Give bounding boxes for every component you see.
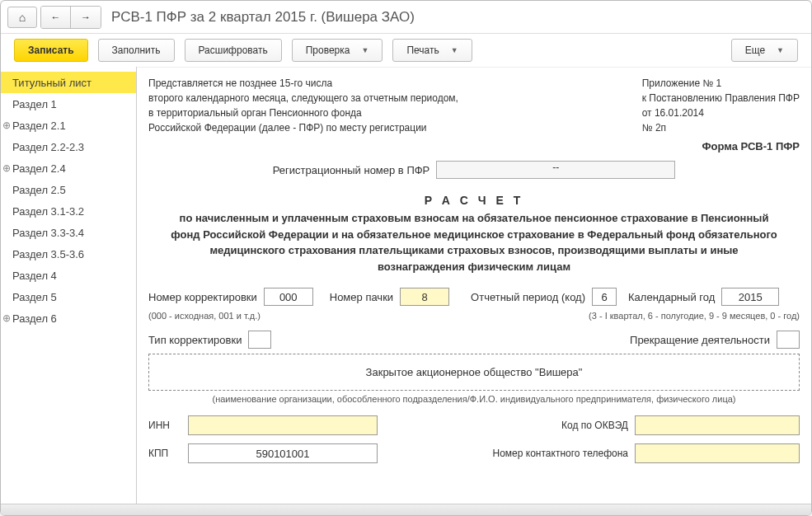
sidebar-item-section-4[interactable]: Раздел 4: [1, 265, 136, 286]
sidebar-item-label: Раздел 3.5-3.6: [12, 248, 84, 260]
correction-type-label: Тип корректировки: [148, 334, 242, 346]
fields-row-1: Номер корректировки 000 Номер пачки 8 От…: [148, 288, 800, 306]
text-line: второго календарного месяца, следующего …: [148, 91, 458, 106]
calc-description: по начисленным и уплаченным страховым вз…: [148, 210, 800, 274]
sidebar-item-label: Раздел 3.1-3.2: [12, 205, 84, 218]
sidebar-item-label: Раздел 6: [12, 312, 57, 325]
correction-number-label: Номер корректировки: [148, 291, 257, 303]
sidebar-item-label: Титульный лист: [12, 77, 92, 89]
calendar-year-label: Календарный год: [628, 291, 715, 303]
chevron-down-icon: ▼: [451, 46, 458, 54]
reg-label: Регистрационный номер в ПФР: [273, 164, 430, 176]
chevron-down-icon: ▼: [777, 46, 784, 54]
info-row: Представляется не позднее 15-го числа вт…: [148, 76, 800, 135]
cessation-label: Прекращение деятельности: [630, 334, 770, 346]
sidebar-item-section-6[interactable]: ⊕Раздел 6: [1, 307, 136, 329]
organization-name-field[interactable]: Закрытое акционерное общество "Вишера": [148, 354, 800, 391]
expand-icon[interactable]: ⊕: [2, 312, 11, 324]
appendix-info: Приложение № 1 к Постановлению Правления…: [642, 76, 800, 135]
correction-number-field[interactable]: 000: [264, 288, 313, 306]
text-line: Приложение № 1: [642, 76, 800, 91]
home-button[interactable]: ⌂: [7, 7, 37, 28]
text-line: Российской Федерации (далее - ПФР) по ме…: [148, 120, 458, 135]
toolbar: Записать Заполнить Расшифровать Проверка…: [1, 34, 811, 67]
sidebar-item-section-3-1-3-2[interactable]: Раздел 3.1-3.2: [1, 200, 136, 222]
sidebar-item-label: Раздел 2.5: [12, 184, 66, 196]
sidebar: Титульный лист Раздел 1 ⊕Раздел 2.1 Разд…: [1, 67, 137, 504]
cessation-field[interactable]: [777, 331, 800, 349]
calendar-year-field[interactable]: 2015: [721, 288, 779, 306]
correction-type-field[interactable]: [248, 331, 271, 349]
text-line: к Постановлению Правления ПФР: [642, 91, 800, 106]
sidebar-item-label: Раздел 2.1: [12, 120, 66, 132]
sidebar-item-label: Раздел 5: [12, 291, 57, 303]
back-button[interactable]: ←: [41, 7, 71, 28]
arrow-left-icon: ←: [51, 12, 61, 23]
sidebar-item-label: Раздел 2.4: [12, 162, 66, 175]
okved-label: Код по ОКВЭД: [561, 420, 628, 431]
expand-icon[interactable]: ⊕: [2, 120, 11, 131]
sidebar-item-label: Раздел 1: [12, 98, 57, 110]
registration-row: Регистрационный номер в ПФР --: [148, 161, 800, 179]
sidebar-item-title-page[interactable]: Титульный лист: [1, 72, 136, 93]
home-icon: ⌂: [19, 11, 26, 24]
check-button[interactable]: Проверка▼: [292, 39, 383, 62]
app-window: ⌂ ← → РСВ-1 ПФР за 2 квартал 2015 г. (Ви…: [0, 0, 812, 516]
chevron-down-icon: ▼: [361, 46, 368, 54]
sidebar-item-section-2-2-2-3[interactable]: Раздел 2.2-2.3: [1, 136, 136, 157]
correction-hint: (000 - исходная, 001 и т.д.): [148, 311, 260, 321]
organization-caption: (наименование организации, обособленного…: [148, 394, 800, 404]
sidebar-item-section-5[interactable]: Раздел 5: [1, 286, 136, 307]
sidebar-item-section-2-5[interactable]: Раздел 2.5: [1, 179, 136, 200]
period-code-label: Отчетный период (код): [471, 291, 585, 303]
forward-button[interactable]: →: [71, 7, 101, 28]
calc-title: Р А С Ч Е Т: [148, 194, 800, 207]
page-title: РСВ-1 ПФР за 2 квартал 2015 г. (Вишера З…: [111, 9, 415, 26]
period-hint: (3 - I квартал, 6 - полугодие, 9 - 9 мес…: [589, 311, 800, 321]
sidebar-item-label: Раздел 3.3-3.4: [12, 227, 84, 239]
sidebar-item-section-3-3-3-4[interactable]: Раздел 3.3-3.4: [1, 222, 136, 243]
print-button[interactable]: Печать▼: [392, 39, 472, 62]
phone-label: Номер контактного телефона: [493, 448, 628, 459]
sidebar-item-section-3-5-3-6[interactable]: Раздел 3.5-3.6: [1, 243, 136, 265]
sidebar-item-label: Раздел 4: [12, 270, 57, 282]
expand-icon[interactable]: ⊕: [2, 162, 11, 174]
fields-row-2: Тип корректировки Прекращение деятельнос…: [148, 331, 800, 349]
sidebar-item-label: Раздел 2.2-2.3: [12, 141, 84, 153]
text-line: в территориальный орган Пенсионного фонд…: [148, 106, 458, 120]
arrow-right-icon: →: [81, 12, 91, 23]
more-label: Еще: [745, 45, 765, 56]
phone-field[interactable]: [635, 443, 800, 463]
more-button[interactable]: Еще▼: [731, 39, 798, 62]
period-code-field[interactable]: 6: [592, 288, 617, 306]
okved-field[interactable]: [635, 415, 800, 435]
form-name: Форма РСВ-1 ПФР: [148, 140, 800, 152]
submit-info: Представляется не позднее 15-го числа вт…: [148, 76, 458, 135]
kpp-field[interactable]: 590101001: [188, 443, 378, 463]
body: Титульный лист Раздел 1 ⊕Раздел 2.1 Разд…: [1, 67, 811, 504]
print-label: Печать: [406, 45, 439, 56]
check-label: Проверка: [306, 45, 350, 56]
topbar: ⌂ ← → РСВ-1 ПФР за 2 квартал 2015 г. (Ви…: [1, 1, 811, 34]
kpp-label: КПП: [148, 448, 181, 459]
inn-field[interactable]: [188, 415, 378, 435]
horizontal-scrollbar[interactable]: [1, 504, 811, 515]
nav-history: ← →: [40, 6, 101, 29]
text-line: от 16.01.2014: [642, 106, 800, 120]
sidebar-item-section-1[interactable]: Раздел 1: [1, 93, 136, 115]
decode-button[interactable]: Расшифровать: [185, 39, 282, 62]
fill-button[interactable]: Заполнить: [98, 39, 175, 62]
document-content: Представляется не позднее 15-го числа вт…: [137, 67, 811, 504]
save-button[interactable]: Записать: [14, 39, 88, 62]
pack-number-label: Номер пачки: [330, 291, 393, 303]
text-line: № 2п: [642, 120, 800, 135]
reg-number-field[interactable]: --: [436, 161, 675, 179]
hint-row: (000 - исходная, 001 и т.д.) (3 - I квар…: [148, 311, 800, 321]
grid-row-kpp: КПП 590101001 Номер контактного телефона: [148, 443, 800, 463]
text-line: Представляется не позднее 15-го числа: [148, 76, 458, 91]
pack-number-field[interactable]: 8: [400, 288, 449, 306]
sidebar-item-section-2-4[interactable]: ⊕Раздел 2.4: [1, 157, 136, 179]
grid-row-inn: ИНН Код по ОКВЭД: [148, 415, 800, 435]
sidebar-item-section-2-1[interactable]: ⊕Раздел 2.1: [1, 115, 136, 136]
inn-label: ИНН: [148, 420, 181, 431]
